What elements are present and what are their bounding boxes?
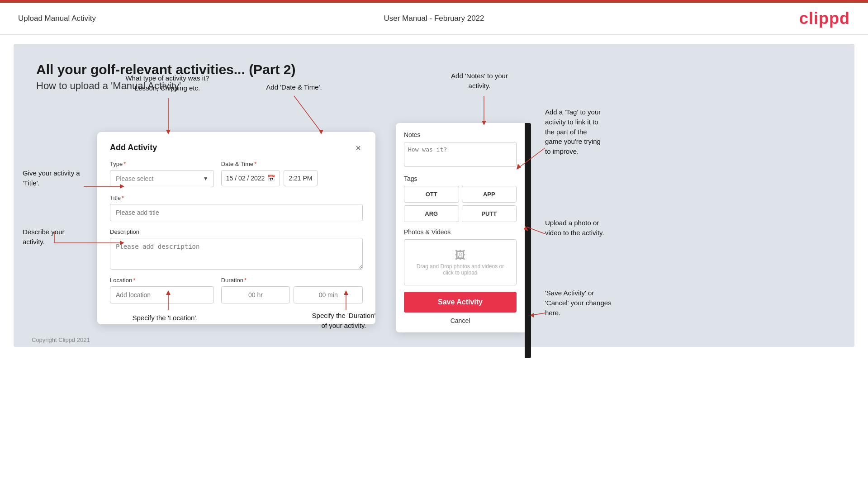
date-value: 15 / 02 / 2022 [226, 175, 265, 182]
title-input[interactable] [110, 204, 363, 221]
annotation-type: What type of activity was it? Lesson, Ch… [115, 73, 219, 93]
description-label: Description [110, 228, 363, 235]
annotation-location: Specify the 'Location'. [120, 313, 210, 323]
close-button[interactable]: × [354, 143, 363, 152]
photos-hint: Drag and Drop photos and videos or click… [409, 263, 512, 276]
notes-panel: Notes Tags OTT APP ARG PUTT Photos & Vid… [396, 123, 525, 332]
annotation-description: Describe your activity. [23, 227, 90, 247]
tag-app[interactable]: APP [462, 186, 517, 203]
copyright: Copyright Clippd 2021 [14, 336, 854, 343]
location-input[interactable] [110, 286, 214, 303]
annotation-save-cancel: 'Save Activity' or 'Cancel' your changes… [545, 288, 654, 317]
photo-icon: 🖼 [409, 249, 512, 261]
annotation-duration: Specify the 'Duration' of your activity. [280, 311, 407, 331]
tags-grid: OTT APP ARG PUTT [404, 186, 517, 222]
manual-label: User Manual - February 2022 [384, 14, 484, 23]
tag-arg[interactable]: ARG [404, 205, 459, 222]
cancel-link[interactable]: Cancel [404, 317, 517, 324]
datetime-label: Date & Time* [221, 161, 363, 167]
calendar-icon: 📅 [267, 175, 275, 182]
description-input[interactable] [110, 238, 363, 270]
tag-ott[interactable]: OTT [404, 186, 459, 203]
annotation-title: Give your activity a 'Title'. [23, 168, 97, 188]
svg-line-19 [531, 313, 545, 315]
notes-input[interactable] [404, 142, 517, 167]
side-decoration [525, 123, 531, 358]
date-input[interactable]: 15 / 02 / 2022 📅 [221, 170, 280, 186]
annotation-photo: Upload a photo or video to the activity. [545, 218, 649, 238]
photos-section-label: Photos & Videos [404, 228, 517, 236]
time-input[interactable]: 2:21 PM [284, 170, 317, 186]
logo: clippd [799, 9, 850, 28]
modal-title: Add Activity [110, 143, 157, 152]
svg-line-2 [294, 96, 321, 132]
duration-hr-input[interactable] [221, 286, 290, 303]
duration-min-input[interactable] [294, 286, 363, 303]
location-label: Location* [110, 277, 214, 284]
add-activity-modal: Add Activity × Type* Please select Date … [97, 132, 375, 324]
page-title: Upload Manual Activity [18, 14, 96, 23]
duration-group [221, 286, 363, 303]
tag-putt[interactable]: PUTT [462, 205, 517, 222]
time-value: 2:21 PM [289, 175, 312, 182]
save-activity-button[interactable]: Save Activity [404, 292, 517, 313]
notes-section-label: Notes [404, 131, 517, 138]
annotation-datetime: Add 'Date & Time'. [249, 82, 339, 92]
type-label: Type* [110, 161, 214, 167]
annotation-notes: Add 'Notes' to your activity. [425, 71, 534, 91]
duration-label: Duration* [221, 277, 363, 284]
type-select-wrapper[interactable]: Please select [110, 170, 214, 187]
tags-section-label: Tags [404, 175, 517, 182]
type-select[interactable]: Please select [110, 170, 214, 187]
title-label: Title* [110, 194, 363, 201]
photos-upload-area[interactable]: 🖼 Drag and Drop photos and videos or cli… [404, 239, 517, 285]
annotation-tag: Add a 'Tag' to your activity to link it … [545, 107, 649, 156]
